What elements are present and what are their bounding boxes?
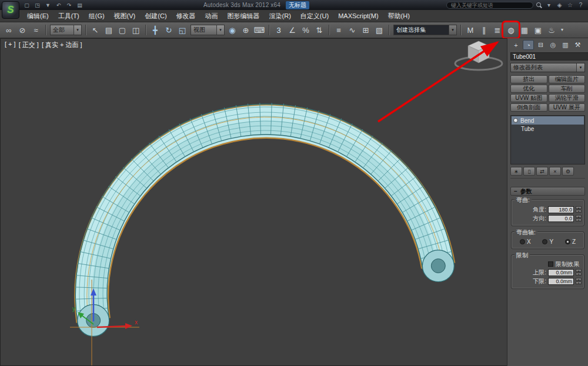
rendered-frame-window-icon[interactable]: ▣ [532, 23, 544, 36]
select-object-icon[interactable]: ↖ [89, 23, 102, 36]
keyboard-shortcut-override-icon[interactable]: ⌨ [253, 23, 266, 36]
infocenter-search-input[interactable] [446, 2, 533, 9]
viewport-menu-pov[interactable]: [ 正交 ] [19, 41, 39, 49]
modifier-stack-item-bend[interactable]: Bend [512, 116, 584, 125]
window-crossing-toggle-icon[interactable]: ◫ [129, 23, 142, 36]
render-production-icon[interactable]: ♨ [545, 23, 558, 36]
object-name-field[interactable] [510, 52, 588, 61]
select-and-scale-icon[interactable]: ◱ [176, 23, 189, 36]
mirror-icon[interactable]: M [464, 23, 477, 36]
favorites-icon[interactable]: ☆ [566, 2, 574, 8]
modifier-preset-button[interactable]: UVW 贴图 [510, 94, 547, 102]
undo-icon[interactable]: ↶ [54, 1, 63, 9]
redo-icon[interactable]: ↷ [65, 1, 74, 9]
menu-item[interactable]: 工具(T) [54, 10, 84, 22]
snaps-toggle-icon[interactable]: 3 [272, 23, 285, 36]
limit-effect-checkbox[interactable] [548, 261, 553, 267]
spinner-snap-toggle-icon[interactable]: ⇅ [313, 23, 326, 36]
layer-manager-icon[interactable]: ≣ [491, 23, 504, 36]
bend-axis-z-radio[interactable]: Z [565, 239, 576, 245]
bend-axis-y-radio[interactable]: Y [542, 239, 553, 245]
rectangular-selection-region-icon[interactable]: ▢ [116, 23, 129, 36]
chevron-down-icon[interactable]: ▾ [449, 25, 456, 35]
pin-stack-icon[interactable]: ∗ [510, 167, 522, 176]
remove-modifier-icon[interactable]: × [549, 167, 561, 176]
menu-item[interactable]: 帮助(H) [383, 10, 415, 22]
select-by-name-icon[interactable]: ▤ [102, 23, 115, 36]
bend-direction-spinner[interactable]: ▴ ▾ [576, 215, 582, 221]
save-file-icon[interactable]: ▼ [44, 1, 52, 9]
spinner-up-icon[interactable]: ▴ [576, 215, 582, 218]
menu-item[interactable]: 渲染(R) [265, 10, 296, 22]
menu-item[interactable]: 动画 [201, 10, 223, 22]
modifier-preset-button[interactable]: 涡轮平滑 [549, 94, 586, 102]
search-flyout-arrow-icon[interactable]: ▾ [545, 2, 553, 8]
modifier-preset-button[interactable]: 倒角剖面 [510, 103, 547, 112]
bend-angle-spinner[interactable]: ▴ ▾ [576, 206, 582, 213]
menu-item[interactable]: 自定义(U) [296, 10, 333, 22]
render-flyout-arrow-icon[interactable]: ▾ [559, 23, 566, 36]
modifier-preset-button[interactable]: 优化 [510, 85, 547, 93]
menu-item[interactable]: 图形编辑器 [223, 10, 265, 22]
select-and-link-icon[interactable]: ∞ [2, 23, 15, 36]
application-button[interactable]: S [2, 1, 19, 19]
chevron-down-icon[interactable]: ▾ [576, 63, 584, 72]
modifier-preset-button[interactable]: 挤出 [510, 75, 547, 83]
viewport-orthographic[interactable]: [ + ] [ 正交 ] [ 真实 + 边面 ] xy [0, 38, 507, 366]
modifier-preset-button[interactable]: UVW 展开 [549, 103, 586, 112]
menu-item[interactable]: 视图(V) [109, 10, 141, 22]
reference-coordinate-combo[interactable]: 视图 ▾ [191, 25, 225, 35]
tab-hierarchy[interactable]: ⊟ [535, 40, 546, 50]
help-icon[interactable]: ? [577, 2, 584, 8]
select-and-rotate-icon[interactable]: ↻ [162, 23, 175, 36]
percent-snap-toggle-icon[interactable]: % [299, 23, 312, 36]
bind-to-space-warp-icon[interactable]: ≈ [29, 23, 42, 36]
tab-create[interactable]: + [510, 40, 522, 50]
curve-editor-icon[interactable]: ∿ [346, 23, 359, 36]
modifier-enable-bulb-icon[interactable] [513, 118, 518, 123]
viewport-menu-shading[interactable]: [ 真实 + 边面 ] [42, 41, 82, 49]
menu-item[interactable]: 编辑(E) [22, 10, 54, 22]
selection-filter-combo[interactable]: 全部 ▾ [50, 25, 82, 35]
graphite-ribbon-toggle-icon[interactable]: ▧ [373, 23, 386, 36]
lower-limit-spinner[interactable]: ▴ ▾ [576, 278, 582, 284]
spinner-down-icon[interactable]: ▾ [576, 210, 582, 213]
communication-center-icon[interactable]: ◈ [556, 2, 563, 8]
tab-motion[interactable]: ◎ [547, 40, 559, 50]
use-pivot-point-center-icon[interactable]: ◉ [226, 23, 239, 36]
spinner-down-icon[interactable]: ▾ [576, 281, 582, 284]
tab-display[interactable]: ▥ [560, 40, 571, 50]
menu-item[interactable]: 修改器 [172, 10, 201, 22]
configure-modifier-sets-icon[interactable]: ⚙ [562, 167, 574, 176]
render-setup-icon[interactable]: ▦ [518, 23, 531, 36]
parameters-rollout-header[interactable]: − 参数 [510, 187, 585, 196]
lower-limit-field[interactable] [548, 278, 574, 285]
material-editor-icon[interactable]: ◍ [505, 23, 517, 36]
tab-utilities[interactable]: ⚒ [572, 40, 583, 50]
viewcube[interactable] [455, 41, 502, 70]
modifier-stack-item-tube[interactable]: Tube [512, 125, 584, 133]
viewport-canvas[interactable]: xy [1, 39, 507, 365]
schematic-view-icon[interactable]: ⊞ [359, 23, 372, 36]
spinner-down-icon[interactable]: ▾ [576, 219, 582, 221]
unlink-selection-icon[interactable]: ⊘ [16, 23, 29, 36]
bend-direction-field[interactable] [548, 215, 574, 222]
spinner-up-icon[interactable]: ▴ [576, 206, 582, 209]
select-and-move-icon[interactable]: ╋ [149, 23, 162, 36]
spinner-down-icon[interactable]: ▾ [576, 273, 582, 276]
menu-item[interactable]: 创建(C) [140, 10, 171, 22]
menu-item[interactable]: 组(G) [84, 10, 109, 22]
angle-snap-toggle-icon[interactable]: ∠ [286, 23, 299, 36]
project-folder-icon[interactable]: ▤ [75, 1, 84, 9]
new-scene-icon[interactable]: ▢ [22, 1, 31, 9]
search-icon[interactable] [536, 2, 542, 8]
modifier-preset-button[interactable]: 车削 [549, 85, 586, 93]
bend-axis-x-radio[interactable]: X [520, 239, 531, 245]
align-icon[interactable]: ∥ [477, 23, 490, 36]
viewport-menu-general[interactable]: [ + ] [5, 41, 16, 49]
upper-limit-spinner[interactable]: ▴ ▾ [576, 269, 582, 276]
make-unique-icon[interactable]: ⇄ [536, 167, 548, 176]
tab-modify[interactable]: ◔ [523, 40, 534, 50]
edit-named-selection-sets-icon[interactable]: ≡ [332, 23, 345, 36]
named-selection-set-combo[interactable]: 创建选择集 ▾ [393, 25, 457, 35]
